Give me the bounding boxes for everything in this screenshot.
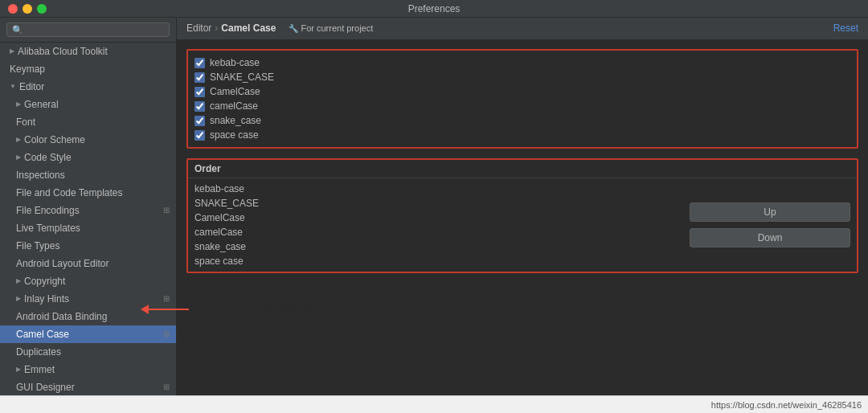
sidebar-item-icon: ⊞: [163, 380, 170, 395]
sidebar-item-copyright[interactable]: Copyright: [0, 272, 176, 290]
sidebar-item-general[interactable]: General: [0, 96, 176, 113]
sidebar-item-label: Copyright: [24, 274, 65, 288]
sidebar-item-label: Live Templates: [16, 221, 80, 235]
sidebar-item-label: Inlay Hints: [24, 292, 69, 306]
sidebar: Alibaba Cloud ToolkitKeymapEditorGeneral…: [0, 18, 177, 395]
sidebar-item-label: Inspections: [16, 168, 65, 182]
content-header: Editor › Camel Case For current project …: [177, 18, 868, 39]
for-current-project-btn[interactable]: For current project: [289, 23, 373, 33]
sidebar-item-label: Android Layout Editor: [16, 256, 108, 271]
order-item: snake_case: [194, 239, 670, 254]
sidebar-item-file-and-code-templates[interactable]: File and Code Templates: [0, 184, 176, 202]
sidebar-item-label: Editor: [19, 80, 44, 94]
order-panel-body: kebab-caseSNAKE_CASECamelCasecamelCasesn…: [188, 178, 857, 272]
up-button[interactable]: Up: [690, 202, 850, 222]
maximize-btn[interactable]: [37, 4, 47, 14]
checkbox-input[interactable]: [194, 72, 205, 83]
sidebar-item-icon: ⊞: [163, 292, 170, 306]
sidebar-item-label: Code Style: [24, 150, 72, 165]
sidebar-item-label: Alibaba Cloud Toolkit: [18, 44, 108, 59]
sidebar-item-label: Color Scheme: [24, 133, 85, 147]
window-controls: [8, 4, 47, 14]
sidebar-item-label: Duplicates: [16, 345, 61, 359]
sidebar-item-label: General: [24, 97, 59, 112]
minimize-btn[interactable]: [23, 4, 32, 14]
content-body: kebab-caseSNAKE_CASECamelCasecamelCasesn…: [177, 39, 868, 395]
order-item: CamelCase: [194, 211, 670, 225]
sidebar-item-inlay-hints[interactable]: Inlay Hints⊞: [0, 290, 176, 308]
checkbox-item: space case: [194, 128, 850, 142]
sidebar-item-emmet[interactable]: Emmet: [0, 361, 176, 378]
checkbox-label: space case: [210, 129, 259, 141]
order-item: kebab-case: [194, 182, 670, 196]
sidebar-item-label: Emmet: [24, 362, 55, 377]
order-buttons: Up Down: [683, 178, 857, 272]
order-list: kebab-caseSNAKE_CASECamelCasecamelCasesn…: [188, 178, 677, 272]
checkbox-label: kebab-case: [210, 57, 260, 68]
order-panel: Order kebab-caseSNAKE_CASECamelCasecamel…: [186, 158, 858, 273]
breadcrumb-parent: Editor: [186, 22, 211, 34]
content-area: Editor › Camel Case For current project …: [177, 18, 868, 395]
checkbox-input[interactable]: [194, 116, 205, 126]
sidebar-item-file-encodings[interactable]: File Encodings⊞: [0, 202, 176, 219]
checkbox-label: SNAKE_CASE: [210, 72, 274, 83]
sidebar-item-alibaba-cloud-toolkit[interactable]: Alibaba Cloud Toolkit: [0, 43, 176, 60]
sidebar-item-code-style[interactable]: Code Style: [0, 149, 176, 166]
breadcrumb-current: Camel Case: [221, 22, 276, 34]
order-item: camelCase: [194, 225, 670, 239]
main-container: Alibaba Cloud ToolkitKeymapEditorGeneral…: [0, 18, 868, 395]
close-btn[interactable]: [8, 4, 18, 14]
checkbox-item: SNAKE_CASE: [194, 70, 850, 84]
sidebar-item-label: GUI Designer: [16, 380, 75, 395]
checkbox-input[interactable]: [194, 58, 205, 68]
checkbox-label: camelCase: [210, 100, 258, 112]
breadcrumb-separator: ›: [215, 22, 218, 34]
checkbox-item: CamelCase: [194, 84, 850, 99]
checkbox-label: snake_case: [210, 115, 261, 126]
search-box: [0, 18, 176, 43]
sidebar-item-live-templates[interactable]: Live Templates: [0, 219, 176, 237]
order-item: space case: [194, 254, 670, 268]
sidebar-item-label: Font: [16, 115, 35, 129]
sidebar-item-font[interactable]: Font: [0, 113, 176, 131]
sidebar-item-icon: ⊞: [163, 327, 170, 341]
sidebar-item-keymap[interactable]: Keymap: [0, 60, 176, 78]
down-button[interactable]: Down: [690, 228, 850, 247]
sidebar-item-camel-case[interactable]: Camel Case⊞: [0, 325, 176, 343]
url-text: https://blog.csdn.net/weixin_46285416: [711, 400, 862, 410]
order-item: SNAKE_CASE: [194, 196, 670, 211]
sidebar-item-label: Keymap: [10, 62, 45, 76]
sidebar-item-inspections[interactable]: Inspections: [0, 166, 176, 184]
title-bar: Preferences: [0, 0, 868, 18]
sidebar-item-file-types[interactable]: File Types: [0, 237, 176, 255]
search-input[interactable]: [6, 22, 170, 37]
window-title: Preferences: [408, 3, 461, 14]
breadcrumb: Editor › Camel Case: [186, 22, 276, 34]
url-bar: https://blog.csdn.net/weixin_46285416: [0, 395, 868, 413]
checkbox-item: kebab-case: [194, 55, 850, 70]
sidebar-item-label: File Types: [16, 239, 59, 253]
checkbox-input[interactable]: [194, 101, 205, 112]
sidebar-item-color-scheme[interactable]: Color Scheme: [0, 131, 176, 149]
reset-button[interactable]: Reset: [833, 22, 858, 34]
sidebar-item-label: File and Code Templates: [16, 186, 123, 200]
sidebar-list: Alibaba Cloud ToolkitKeymapEditorGeneral…: [0, 43, 176, 395]
sidebar-item-label: File Encodings: [16, 203, 80, 218]
sidebar-item-duplicates[interactable]: Duplicates: [0, 343, 176, 361]
order-panel-title: Order: [188, 160, 857, 178]
checkbox-input[interactable]: [194, 130, 205, 141]
sidebar-item-label: Android Data Binding: [16, 309, 107, 324]
checkbox-item: snake_case: [194, 113, 850, 128]
sidebar-item-android-layout-editor[interactable]: Android Layout Editor: [0, 255, 176, 272]
sidebar-item-android-data-binding[interactable]: Android Data Binding: [0, 308, 176, 325]
checkbox-list: kebab-caseSNAKE_CASECamelCasecamelCasesn…: [188, 51, 857, 147]
sidebar-item-editor[interactable]: Editor: [0, 78, 176, 96]
sidebar-item-icon: ⊞: [163, 203, 170, 218]
sidebar-item-label: Camel Case: [16, 327, 69, 341]
sidebar-item-gui-designer[interactable]: GUI Designer⊞: [0, 378, 176, 395]
checkbox-input[interactable]: [194, 87, 205, 97]
checkbox-label: CamelCase: [210, 86, 260, 97]
checkbox-item: camelCase: [194, 99, 850, 113]
checkbox-panel: kebab-caseSNAKE_CASECamelCasecamelCasesn…: [186, 49, 858, 149]
